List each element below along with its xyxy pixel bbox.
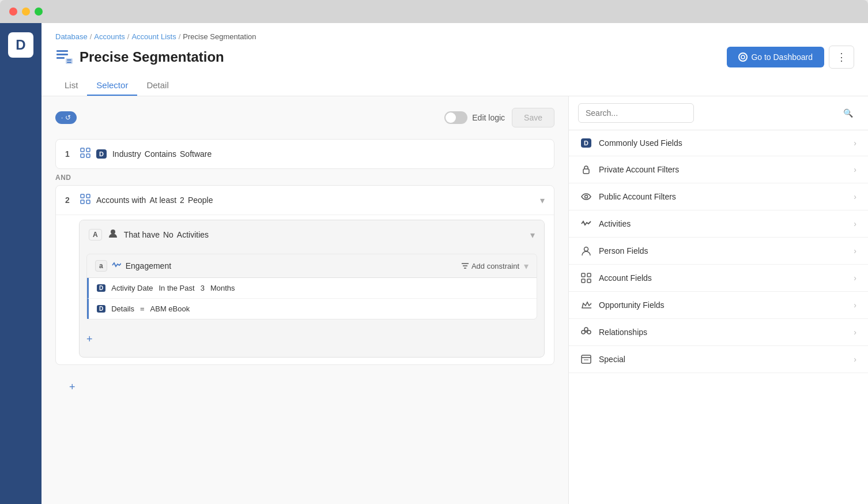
svg-rect-24 xyxy=(582,279,585,283)
constraint-op-1: In the Past xyxy=(158,284,194,292)
edit-logic-toggle[interactable] xyxy=(444,111,467,124)
tab-detail[interactable]: Detail xyxy=(137,76,178,96)
sub-filter-expand[interactable]: ▾ xyxy=(530,230,535,240)
crown-icon xyxy=(580,300,592,310)
panel-item-label-relationships: Relationships xyxy=(599,328,647,337)
filter-expand-2[interactable]: ▾ xyxy=(540,195,545,206)
panel-item-left-relationships: Relationships xyxy=(580,327,647,337)
svg-rect-25 xyxy=(587,279,591,283)
constraint-row-1: D Activity Date In the Past 3 Months xyxy=(87,278,537,298)
panel-item-commonly-used[interactable]: D Commonly Used Fields › xyxy=(569,130,868,156)
more-options-button[interactable]: ⋮ xyxy=(829,46,854,69)
filter-row-2-container: 2 Accounts with At least 2 People ▾ xyxy=(55,185,554,365)
go-to-dashboard-button[interactable]: Go to Dashboard xyxy=(727,47,824,67)
add-constraint-button[interactable]: Add constraint xyxy=(461,262,519,270)
search-wrapper: 🔍 xyxy=(578,103,859,123)
panel-item-opportunity-fields[interactable]: Opportunity Fields › xyxy=(569,292,868,319)
minimize-button[interactable] xyxy=(22,7,30,16)
panel-item-private-account[interactable]: Private Account Filters › xyxy=(569,156,868,183)
maximize-button[interactable] xyxy=(35,7,43,16)
add-sub-filter-button[interactable]: + xyxy=(86,329,93,350)
toolbar-right: Edit logic Save xyxy=(444,108,554,127)
svg-rect-0 xyxy=(56,50,68,52)
add-filter-button[interactable]: + xyxy=(69,377,76,398)
constraint-op-2: = xyxy=(140,304,145,313)
sub-person-icon xyxy=(108,228,118,241)
panel-chevron-commonly-used: › xyxy=(854,138,856,148)
panel-item-public-account[interactable]: Public Account Filters › xyxy=(569,183,868,210)
constraint-field-2: Details xyxy=(111,304,134,313)
filter-d-icon-1: D xyxy=(96,149,107,159)
close-button[interactable] xyxy=(9,7,17,16)
engagement-expand[interactable]: ▾ xyxy=(524,261,529,272)
activity-icon-eng xyxy=(112,261,121,272)
app-logo[interactable]: D xyxy=(8,32,33,58)
filter-field-2d: People xyxy=(188,195,213,205)
panel-item-relationships[interactable]: Relationships › xyxy=(569,319,868,346)
breadcrumb-database[interactable]: Database xyxy=(55,32,88,41)
svg-rect-5 xyxy=(67,62,71,63)
panel-item-label-private-account: Private Account Filters xyxy=(599,165,679,174)
filter-grid-icon-2 xyxy=(80,194,90,206)
constraint-d-icon-2: D xyxy=(97,305,105,313)
panel-item-account-fields[interactable]: Account Fields › xyxy=(569,265,868,292)
svg-rect-9 xyxy=(81,154,84,157)
panel-item-left-person-fields: Person Fields xyxy=(580,246,648,256)
svg-rect-1 xyxy=(56,54,68,55)
sub-filter-a: A That have No Activities ▾ xyxy=(79,220,545,358)
grid-icon xyxy=(580,273,592,283)
filter-icon xyxy=(461,262,469,270)
page-header: Database / Accounts / Account Lists / Pr… xyxy=(41,23,868,96)
svg-point-27 xyxy=(587,330,591,334)
panel-item-left-private-account: Private Account Filters xyxy=(580,164,679,175)
panel-chevron-relationships: › xyxy=(854,328,856,337)
panel-chevron-person-fields: › xyxy=(854,246,856,255)
panel-item-person-fields[interactable]: Person Fields › xyxy=(569,238,868,265)
svg-rect-23 xyxy=(587,273,591,277)
tab-list[interactable]: List xyxy=(55,76,87,96)
logo-letter: D xyxy=(16,37,25,53)
engagement-header: a Engagement xyxy=(87,254,537,277)
panel-item-label-activities: Activities xyxy=(599,219,631,228)
tab-selector[interactable]: Selector xyxy=(87,76,137,96)
panel-chevron-opportunity-fields: › xyxy=(854,300,856,310)
panel-item-special[interactable]: Special › xyxy=(569,346,868,373)
sub-filter-wrapper: A That have No Activities ▾ xyxy=(56,215,554,358)
main-content: Database / Accounts / Account Lists / Pr… xyxy=(41,23,868,504)
dashboard-circle-icon xyxy=(738,52,748,62)
panel-item-label-person-fields: Person Fields xyxy=(599,246,648,255)
title-left: Precise Segmentation xyxy=(55,48,224,66)
sub-highlight: No xyxy=(163,230,173,239)
sub-filter-label-a: A xyxy=(89,229,102,240)
filter-text-1: Industry Contains Software xyxy=(112,149,545,159)
filter-number-2: 2 xyxy=(65,195,74,205)
panel-item-left-special: Special xyxy=(580,354,625,364)
engagement-name: Engagement xyxy=(126,261,171,270)
svg-rect-8 xyxy=(86,148,90,152)
add-main-filter-wrapper: + xyxy=(55,370,554,405)
panel-item-activities[interactable]: Activities › xyxy=(569,210,868,238)
save-button[interactable]: Save xyxy=(512,108,554,127)
filter-row-2: 2 Accounts with At least 2 People ▾ xyxy=(56,186,554,215)
title-actions: Go to Dashboard ⋮ xyxy=(727,46,854,69)
filter-field-1: Industry xyxy=(112,149,141,159)
window-chrome xyxy=(0,0,868,23)
svg-rect-4 xyxy=(67,59,71,61)
sidebar: D xyxy=(0,23,41,504)
panel-item-label-commonly-used: Commonly Used Fields xyxy=(599,138,682,148)
panel-item-left-public-account: Public Account Filters xyxy=(580,191,676,202)
page-title-icon xyxy=(55,48,74,66)
search-input[interactable] xyxy=(578,103,694,123)
d-icon: D xyxy=(580,138,592,148)
activity-icon xyxy=(580,219,592,229)
svg-point-20 xyxy=(585,195,588,198)
page-title: Precise Segmentation xyxy=(80,49,224,65)
svg-rect-19 xyxy=(583,169,589,174)
add-constraint-label: Add constraint xyxy=(471,262,519,270)
constraint-unit-1: Months xyxy=(210,284,235,292)
breadcrumb-accounts[interactable]: Accounts xyxy=(94,32,124,41)
svg-rect-7 xyxy=(81,148,84,152)
breadcrumb-account-lists[interactable]: Account Lists xyxy=(131,32,176,41)
panel-chevron-activities: › xyxy=(854,219,856,228)
tabs: List Selector Detail xyxy=(55,76,854,96)
